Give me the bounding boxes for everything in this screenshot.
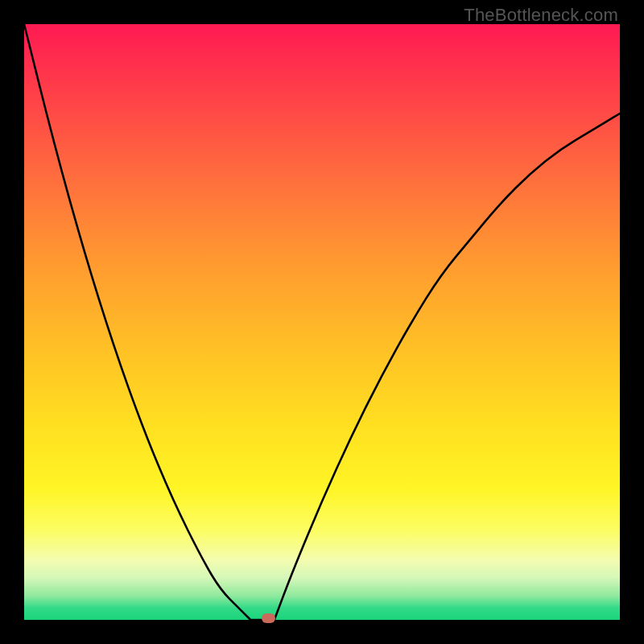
- bottleneck-curve: [24, 24, 620, 620]
- watermark-text: TheBottleneck.com: [464, 5, 618, 26]
- chart-frame: TheBottleneck.com: [0, 0, 644, 644]
- optimum-marker: [262, 613, 275, 623]
- plot-area: [24, 24, 620, 620]
- curve-path: [24, 24, 620, 620]
